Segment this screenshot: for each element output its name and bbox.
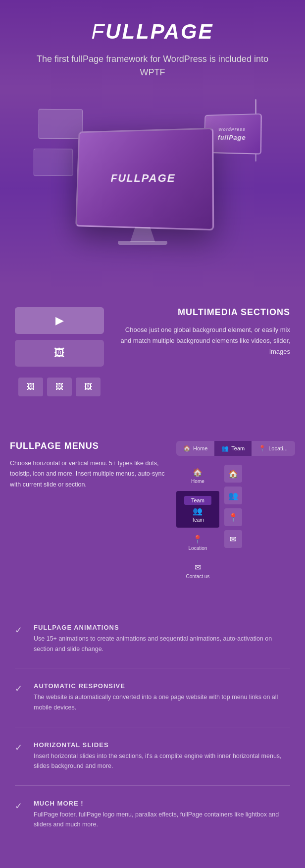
feature-slides-content: HORIZONTAL SLIDES Insert horizontal slid… [34, 741, 290, 771]
menus-section: FULLPAGE MENUS Choose horizontal or vert… [0, 421, 305, 604]
monitor-screen: fullPage [75, 128, 214, 231]
multimedia-title: MULTIMEDIA SECTIONS [114, 307, 290, 318]
h-menu-home-label: Home [193, 445, 207, 451]
card-right-text: fullPage [218, 133, 246, 141]
menus-text: FULLPAGE MENUS Choose horizontal or vert… [10, 441, 166, 490]
h-menu-team-label: Team [231, 445, 245, 451]
logo-page: ullPage [105, 20, 214, 43]
card-left-top [39, 109, 83, 139]
feature-slides: ✓ HORIZONTAL SLIDES Insert horizontal sl… [15, 741, 290, 771]
v-location-label: Location [189, 545, 207, 551]
h-menu-home: 🏠 Home [176, 441, 214, 456]
media-thumb-3: 🖼 [76, 378, 101, 396]
v-menu-team: Team 👥 Team [176, 491, 219, 528]
media-thumb-2: 🖼 [47, 378, 72, 396]
feature-animations-desc: Use 15+ animations to create animations … [34, 634, 290, 654]
multimedia-section: ▶ 🖼 🖼 🖼 🖼 MULTIMEDIA SECTIONS Choose jus… [0, 287, 305, 421]
check-icon-3: ✓ [15, 742, 26, 753]
v-contact-icon: ✉ [195, 563, 201, 572]
menus-mockup: 🏠 Home 👥 Team 📍 Locati... 🏠 Home Team [176, 441, 295, 584]
monitor-base [118, 241, 167, 245]
media-image-row: 🖼 [15, 340, 104, 367]
feature-more: ✓ MUCH MORE ! FullPage footer, fullPage … [15, 800, 290, 830]
vi-home: 🏠 [224, 465, 242, 483]
divider-3 [15, 785, 290, 786]
feature-responsive-title: AUTOMATIC RESPONSIVE [34, 682, 290, 690]
vertical-menu: 🏠 Home Team 👥 Team 📍 Location ✉ Contact … [176, 463, 219, 584]
v-location-icon: 📍 [193, 535, 203, 544]
home-icon: 🏠 [183, 445, 191, 452]
media-video-row: ▶ [15, 307, 104, 334]
v-team-label-badge: Team [184, 496, 211, 505]
divider-1 [15, 668, 290, 668]
v-home-label: Home [191, 479, 204, 484]
feature-slides-title: HORIZONTAL SLIDES [34, 741, 290, 749]
vertical-menu-wrapper: 🏠 Home Team 👥 Team 📍 Location ✉ Contact … [176, 463, 295, 584]
header: fullPage The first fullPage framework fo… [0, 0, 305, 89]
v-contact-label: Contact us [186, 574, 210, 579]
check-icon-4: ✓ [15, 801, 26, 812]
media-icons: ▶ 🖼 🖼 🖼 🖼 [15, 307, 104, 401]
v-home-icon: 🏠 [193, 468, 203, 477]
feature-responsive: ✓ AUTOMATIC RESPONSIVE The website is au… [15, 682, 290, 712]
vertical-menu-icons-only: 🏠 👥 📍 ✉ [224, 463, 242, 584]
menus-title: FULLPAGE MENUS [10, 441, 166, 451]
v-team-label: Team [192, 517, 203, 523]
v-menu-contact: ✉ Contact us [176, 558, 219, 584]
feature-more-desc: FullPage footer, fullPage logo menu, par… [34, 810, 290, 830]
h-menu-team: 👥 Team [214, 441, 252, 456]
h-menu-location-label: Locati... [268, 445, 288, 451]
v-menu-location: 📍 Location [176, 530, 219, 556]
feature-slides-desc: Insert horizontal slides into the sectio… [34, 751, 290, 771]
monitor-stand [130, 227, 155, 242]
feature-animations-content: FULLPAGE ANIMATIONS Use 15+ animations t… [34, 624, 290, 654]
subtitle: The first fullPage framework for WordPre… [10, 53, 295, 79]
image-icon: 🖼 [54, 347, 65, 360]
multimedia-text: MULTIMEDIA SECTIONS Choose just one glob… [114, 307, 290, 357]
horizontal-menu: 🏠 Home 👥 Team 📍 Locati... [176, 441, 295, 456]
vi-team: 👥 [224, 487, 242, 504]
h-menu-location: 📍 Locati... [252, 441, 295, 456]
check-icon-1: ✓ [15, 625, 26, 636]
feature-more-content: MUCH MORE ! FullPage footer, fullPage lo… [34, 800, 290, 830]
v-team-icon: 👥 [193, 506, 203, 516]
feature-more-title: MUCH MORE ! [34, 800, 290, 807]
feature-animations-title: FULLPAGE ANIMATIONS [34, 624, 290, 631]
media-multi-row: 🖼 🖼 🖼 [15, 373, 104, 401]
logo: fullPage [10, 20, 295, 44]
v-menu-home: 🏠 Home [176, 463, 219, 489]
features-section: ✓ FULLPAGE ANIMATIONS Use 15+ animations… [0, 604, 305, 854]
card-left-bottom [34, 149, 73, 176]
hero-area: WordPress fullPage fullPage [0, 89, 305, 287]
monitor-label: fullPage [110, 172, 175, 185]
divider-2 [15, 727, 290, 727]
location-icon: 📍 [258, 445, 266, 452]
check-icon-2: ✓ [15, 683, 26, 694]
team-icon: 👥 [221, 445, 229, 452]
vi-location: 📍 [224, 508, 242, 526]
multimedia-description: Choose just one global background elemen… [114, 325, 290, 357]
card-right-label: WordPress [218, 126, 246, 131]
logo-full: f [91, 20, 105, 43]
feature-responsive-content: AUTOMATIC RESPONSIVE The website is auto… [34, 682, 290, 712]
feature-animations: ✓ FULLPAGE ANIMATIONS Use 15+ animations… [15, 624, 290, 654]
feature-responsive-desc: The website is automatically converted i… [34, 692, 290, 712]
vi-contact: ✉ [224, 530, 242, 548]
monitor-mockup: WordPress fullPage fullPage [34, 99, 271, 268]
media-thumb-1: 🖼 [18, 378, 43, 396]
menus-description: Choose horizontal or vertical menu. 5+ t… [10, 458, 166, 490]
play-icon: ▶ [55, 314, 64, 327]
